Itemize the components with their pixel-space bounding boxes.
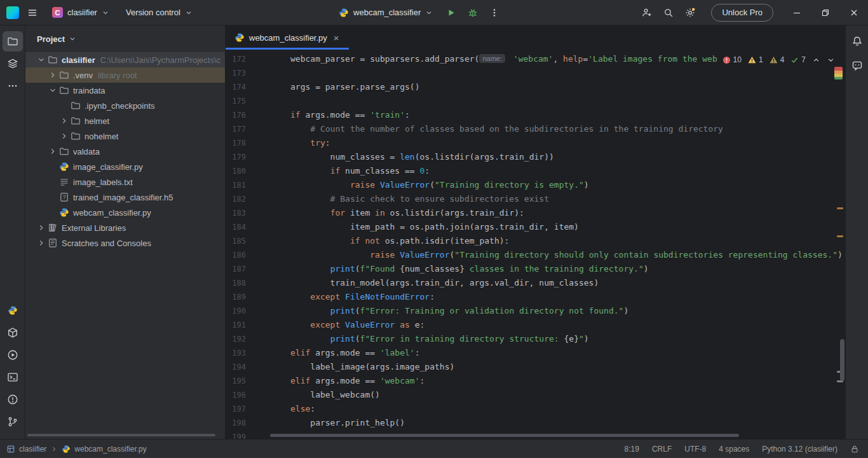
breadcrumb-file[interactable]: webcam_classifier.py — [74, 445, 146, 454]
line-number[interactable]: 175 — [226, 94, 256, 108]
tree-item-valdata[interactable]: valdata — [25, 144, 225, 159]
line-number[interactable]: 189 — [226, 290, 256, 304]
code-text: num_classes = len(os.listdir(args.train_… — [256, 150, 554, 164]
line-number[interactable]: 178 — [226, 136, 256, 150]
run-configuration-selector[interactable]: webcam_classifier — [332, 3, 439, 22]
debug-button[interactable] — [463, 3, 482, 22]
minimize-button[interactable] — [782, 0, 811, 25]
weak-warnings-count[interactable]: 4 — [770, 55, 785, 64]
tree-item-scratches-and-consoles[interactable]: Scratches and Consoles — [25, 235, 225, 251]
toolwindow-services-button[interactable] — [3, 345, 23, 365]
line-number[interactable]: 186 — [226, 248, 256, 262]
line-number[interactable]: 176 — [226, 108, 256, 122]
chevron-right-icon[interactable] — [47, 146, 58, 156]
toolwindow-ai-assistant-button[interactable] — [847, 55, 867, 76]
close-tab-icon[interactable]: × — [332, 32, 341, 44]
line-number[interactable]: 188 — [226, 276, 256, 290]
breadcrumb-project[interactable]: clasiifier — [19, 445, 46, 454]
code-with-me-button[interactable] — [637, 3, 656, 22]
line-number[interactable]: 193 — [226, 346, 256, 360]
toolwindow-version-control-button[interactable] — [3, 412, 23, 432]
line-number[interactable]: 187 — [226, 262, 256, 276]
editor-area: webcam_classifier.py × 172webcam_parser … — [226, 25, 845, 439]
errors-count[interactable]: 10 — [722, 55, 742, 64]
line-number[interactable]: 183 — [226, 206, 256, 220]
toolwindow-terminal-button[interactable] — [3, 367, 23, 387]
project-horizontal-scrollbar[interactable] — [27, 434, 215, 436]
search-everywhere-button[interactable] — [659, 3, 678, 22]
chevron-right-icon[interactable] — [36, 223, 47, 233]
tree-item-nohelmet[interactable]: nohelmet — [25, 128, 225, 144]
line-separator-widget[interactable]: CRLF — [652, 445, 672, 454]
toolwindow-python-packages-button[interactable] — [3, 300, 23, 321]
run-button[interactable] — [442, 3, 461, 22]
encoding-widget[interactable]: UTF-8 — [684, 445, 706, 454]
line-number[interactable]: 182 — [226, 192, 256, 206]
tree-item--ipynb-checkpoints[interactable]: .ipynb_checkpoints — [25, 98, 225, 113]
settings-button[interactable] — [681, 3, 700, 22]
toolwindow-notifications-button[interactable] — [847, 31, 867, 52]
lock-icon[interactable] — [850, 445, 859, 454]
line-number[interactable]: 172 — [226, 52, 256, 66]
chevron-right-icon[interactable] — [58, 131, 70, 141]
chevron-right-icon[interactable] — [58, 116, 70, 126]
tree-item-webcam-classifier-py[interactable]: webcam_classifier.py — [25, 205, 225, 220]
caret-position-widget[interactable]: 8:19 — [625, 445, 639, 454]
line-number[interactable]: 199 — [226, 430, 256, 439]
project-selector[interactable]: C clasiifier — [46, 3, 116, 22]
line-number[interactable]: 177 — [226, 122, 256, 136]
toolwindow-project-button[interactable] — [3, 31, 23, 52]
warnings-count[interactable]: 1 — [748, 55, 763, 64]
main-menu-button[interactable] — [23, 3, 42, 22]
interpreter-widget[interactable]: Python 3.12 (clasiifier) — [762, 445, 837, 454]
tree-item--venv[interactable]: .venvlibrary root — [25, 67, 225, 83]
code-editor[interactable]: 172webcam_parser = subparsers.add_parser… — [226, 50, 845, 439]
toolwindow-python-console-button[interactable] — [3, 323, 23, 343]
line-number[interactable]: 173 — [226, 66, 256, 80]
tree-item-trained-image-classifier-h5[interactable]: ?trained_image_classifier.h5 — [25, 190, 225, 205]
previous-problem-button[interactable] — [812, 56, 820, 64]
tree-item-traindata[interactable]: traindata — [25, 83, 225, 98]
next-problem-button[interactable] — [827, 56, 835, 64]
line-number[interactable]: 190 — [226, 304, 256, 318]
line-number[interactable]: 195 — [226, 374, 256, 388]
code-text: item_path = os.path.join(args.train_dir,… — [256, 220, 579, 234]
tree-item-helmet[interactable]: helmet — [25, 113, 225, 128]
indent-widget[interactable]: 4 spaces — [719, 445, 749, 454]
line-number[interactable]: 180 — [226, 164, 256, 178]
close-button[interactable] — [839, 0, 868, 25]
chevron-down-icon[interactable] — [69, 35, 76, 43]
line-number[interactable]: 179 — [226, 150, 256, 164]
chevron-down-icon[interactable] — [47, 85, 58, 95]
line-number[interactable]: 181 — [226, 178, 256, 192]
tree-item-image-labels-txt[interactable]: image_labels.txt — [25, 174, 225, 190]
toolwindow-more-tool-windows-button[interactable] — [3, 76, 23, 96]
tree-item-clasiifier[interactable]: clasiifierC:\Users\Jais\PycharmProjects\… — [25, 52, 225, 67]
horizontal-scrollbar[interactable] — [270, 434, 739, 437]
code-line: 177 # Count the number of classes based … — [226, 122, 845, 136]
line-number[interactable]: 196 — [226, 388, 256, 402]
chevron-down-icon[interactable] — [36, 55, 47, 65]
toolwindow-problems-button[interactable] — [3, 389, 23, 410]
line-number[interactable]: 194 — [226, 360, 256, 374]
vertical-scrollbar[interactable] — [840, 339, 844, 381]
line-number[interactable]: 184 — [226, 220, 256, 234]
line-number[interactable]: 197 — [226, 402, 256, 416]
line-number[interactable]: 174 — [226, 80, 256, 94]
unlock-pro-button[interactable]: Unlock Pro — [711, 4, 773, 22]
line-number[interactable]: 191 — [226, 318, 256, 332]
line-number[interactable]: 192 — [226, 332, 256, 346]
toolwindow-structure-button[interactable] — [3, 53, 23, 74]
chevron-right-icon[interactable] — [47, 70, 58, 80]
more-actions-button[interactable] — [485, 3, 504, 22]
code-line: 185 if not os.path.isdir(item_path): — [226, 234, 845, 248]
tree-item-external-libraries[interactable]: External Libraries — [25, 220, 225, 235]
chevron-right-icon[interactable] — [36, 238, 47, 248]
tree-item-image-classifier-py[interactable]: image_classifier.py — [25, 159, 225, 174]
maximize-button[interactable] — [811, 0, 839, 25]
ok-count[interactable]: 7 — [790, 55, 806, 64]
line-number[interactable]: 185 — [226, 234, 256, 248]
tab-webcam-classifier-py[interactable]: webcam_classifier.py × — [226, 25, 349, 50]
line-number[interactable]: 198 — [226, 416, 256, 430]
vcs-menu[interactable]: Version control — [119, 3, 199, 22]
